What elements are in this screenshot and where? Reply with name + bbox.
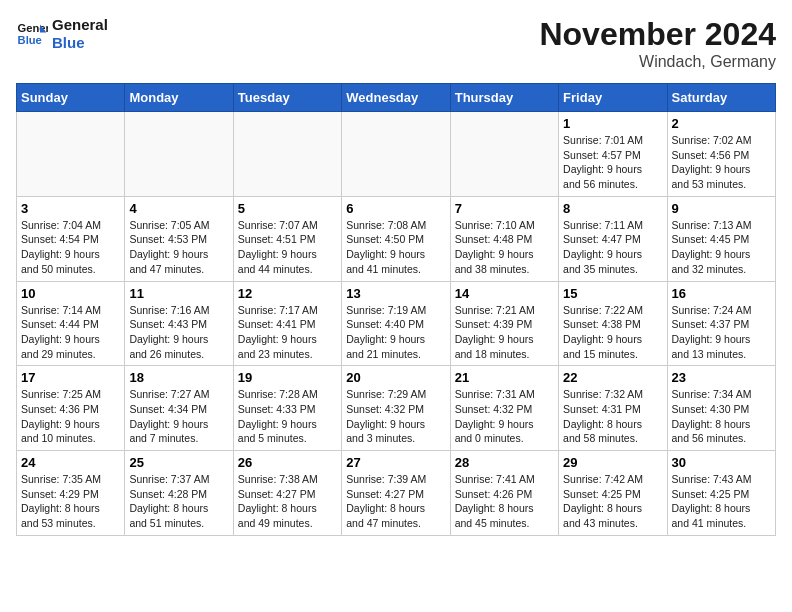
calendar-day-cell: 1Sunrise: 7:01 AM Sunset: 4:57 PM Daylig… (559, 112, 667, 197)
day-number: 20 (346, 370, 445, 385)
calendar-week-row: 3Sunrise: 7:04 AM Sunset: 4:54 PM Daylig… (17, 196, 776, 281)
calendar-day-cell: 28Sunrise: 7:41 AM Sunset: 4:26 PM Dayli… (450, 451, 558, 536)
calendar-day-cell: 14Sunrise: 7:21 AM Sunset: 4:39 PM Dayli… (450, 281, 558, 366)
calendar-day-cell: 23Sunrise: 7:34 AM Sunset: 4:30 PM Dayli… (667, 366, 775, 451)
day-number: 8 (563, 201, 662, 216)
calendar-day-cell (17, 112, 125, 197)
calendar-day-cell: 9Sunrise: 7:13 AM Sunset: 4:45 PM Daylig… (667, 196, 775, 281)
weekday-header-monday: Monday (125, 84, 233, 112)
day-number: 19 (238, 370, 337, 385)
calendar-day-cell: 19Sunrise: 7:28 AM Sunset: 4:33 PM Dayli… (233, 366, 341, 451)
weekday-header-thursday: Thursday (450, 84, 558, 112)
calendar-day-cell: 6Sunrise: 7:08 AM Sunset: 4:50 PM Daylig… (342, 196, 450, 281)
day-info: Sunrise: 7:13 AM Sunset: 4:45 PM Dayligh… (672, 218, 771, 277)
calendar-day-cell: 24Sunrise: 7:35 AM Sunset: 4:29 PM Dayli… (17, 451, 125, 536)
day-info: Sunrise: 7:05 AM Sunset: 4:53 PM Dayligh… (129, 218, 228, 277)
day-info: Sunrise: 7:39 AM Sunset: 4:27 PM Dayligh… (346, 472, 445, 531)
day-info: Sunrise: 7:38 AM Sunset: 4:27 PM Dayligh… (238, 472, 337, 531)
day-number: 9 (672, 201, 771, 216)
day-info: Sunrise: 7:34 AM Sunset: 4:30 PM Dayligh… (672, 387, 771, 446)
day-number: 30 (672, 455, 771, 470)
logo: General Blue General Blue (16, 16, 108, 52)
calendar-day-cell: 22Sunrise: 7:32 AM Sunset: 4:31 PM Dayli… (559, 366, 667, 451)
day-info: Sunrise: 7:07 AM Sunset: 4:51 PM Dayligh… (238, 218, 337, 277)
calendar-week-row: 17Sunrise: 7:25 AM Sunset: 4:36 PM Dayli… (17, 366, 776, 451)
day-info: Sunrise: 7:32 AM Sunset: 4:31 PM Dayligh… (563, 387, 662, 446)
logo-line2: Blue (52, 34, 108, 52)
calendar-day-cell (233, 112, 341, 197)
calendar-week-row: 1Sunrise: 7:01 AM Sunset: 4:57 PM Daylig… (17, 112, 776, 197)
day-info: Sunrise: 7:04 AM Sunset: 4:54 PM Dayligh… (21, 218, 120, 277)
calendar-day-cell: 17Sunrise: 7:25 AM Sunset: 4:36 PM Dayli… (17, 366, 125, 451)
calendar-day-cell: 21Sunrise: 7:31 AM Sunset: 4:32 PM Dayli… (450, 366, 558, 451)
weekday-header-tuesday: Tuesday (233, 84, 341, 112)
calendar-day-cell: 8Sunrise: 7:11 AM Sunset: 4:47 PM Daylig… (559, 196, 667, 281)
calendar-day-cell: 18Sunrise: 7:27 AM Sunset: 4:34 PM Dayli… (125, 366, 233, 451)
day-number: 24 (21, 455, 120, 470)
day-number: 17 (21, 370, 120, 385)
day-number: 1 (563, 116, 662, 131)
day-number: 11 (129, 286, 228, 301)
day-number: 26 (238, 455, 337, 470)
day-info: Sunrise: 7:41 AM Sunset: 4:26 PM Dayligh… (455, 472, 554, 531)
calendar-day-cell (450, 112, 558, 197)
day-number: 12 (238, 286, 337, 301)
calendar-day-cell: 11Sunrise: 7:16 AM Sunset: 4:43 PM Dayli… (125, 281, 233, 366)
day-number: 4 (129, 201, 228, 216)
day-number: 3 (21, 201, 120, 216)
day-number: 21 (455, 370, 554, 385)
day-info: Sunrise: 7:21 AM Sunset: 4:39 PM Dayligh… (455, 303, 554, 362)
day-info: Sunrise: 7:14 AM Sunset: 4:44 PM Dayligh… (21, 303, 120, 362)
day-number: 23 (672, 370, 771, 385)
day-number: 16 (672, 286, 771, 301)
svg-text:General: General (18, 22, 48, 34)
calendar-week-row: 10Sunrise: 7:14 AM Sunset: 4:44 PM Dayli… (17, 281, 776, 366)
day-number: 14 (455, 286, 554, 301)
calendar-day-cell (125, 112, 233, 197)
calendar-day-cell: 2Sunrise: 7:02 AM Sunset: 4:56 PM Daylig… (667, 112, 775, 197)
day-number: 18 (129, 370, 228, 385)
day-number: 25 (129, 455, 228, 470)
day-number: 27 (346, 455, 445, 470)
calendar-day-cell: 27Sunrise: 7:39 AM Sunset: 4:27 PM Dayli… (342, 451, 450, 536)
calendar-day-cell: 16Sunrise: 7:24 AM Sunset: 4:37 PM Dayli… (667, 281, 775, 366)
location: Windach, Germany (539, 53, 776, 71)
day-number: 22 (563, 370, 662, 385)
day-number: 7 (455, 201, 554, 216)
logo-icon: General Blue (16, 18, 48, 50)
calendar-day-cell: 15Sunrise: 7:22 AM Sunset: 4:38 PM Dayli… (559, 281, 667, 366)
day-number: 29 (563, 455, 662, 470)
title-area: November 2024 Windach, Germany (539, 16, 776, 71)
calendar-day-cell (342, 112, 450, 197)
day-info: Sunrise: 7:10 AM Sunset: 4:48 PM Dayligh… (455, 218, 554, 277)
header: General Blue General Blue November 2024 … (16, 16, 776, 71)
day-number: 13 (346, 286, 445, 301)
day-info: Sunrise: 7:08 AM Sunset: 4:50 PM Dayligh… (346, 218, 445, 277)
day-number: 28 (455, 455, 554, 470)
day-info: Sunrise: 7:25 AM Sunset: 4:36 PM Dayligh… (21, 387, 120, 446)
calendar-day-cell: 29Sunrise: 7:42 AM Sunset: 4:25 PM Dayli… (559, 451, 667, 536)
calendar-day-cell: 10Sunrise: 7:14 AM Sunset: 4:44 PM Dayli… (17, 281, 125, 366)
calendar-day-cell: 3Sunrise: 7:04 AM Sunset: 4:54 PM Daylig… (17, 196, 125, 281)
day-info: Sunrise: 7:43 AM Sunset: 4:25 PM Dayligh… (672, 472, 771, 531)
day-info: Sunrise: 7:11 AM Sunset: 4:47 PM Dayligh… (563, 218, 662, 277)
day-info: Sunrise: 7:35 AM Sunset: 4:29 PM Dayligh… (21, 472, 120, 531)
day-info: Sunrise: 7:22 AM Sunset: 4:38 PM Dayligh… (563, 303, 662, 362)
day-info: Sunrise: 7:02 AM Sunset: 4:56 PM Dayligh… (672, 133, 771, 192)
weekday-header-saturday: Saturday (667, 84, 775, 112)
weekday-header-wednesday: Wednesday (342, 84, 450, 112)
day-number: 15 (563, 286, 662, 301)
svg-text:Blue: Blue (18, 34, 42, 46)
calendar-day-cell: 20Sunrise: 7:29 AM Sunset: 4:32 PM Dayli… (342, 366, 450, 451)
day-info: Sunrise: 7:31 AM Sunset: 4:32 PM Dayligh… (455, 387, 554, 446)
month-title: November 2024 (539, 16, 776, 53)
weekday-header-sunday: Sunday (17, 84, 125, 112)
day-info: Sunrise: 7:42 AM Sunset: 4:25 PM Dayligh… (563, 472, 662, 531)
calendar-day-cell: 13Sunrise: 7:19 AM Sunset: 4:40 PM Dayli… (342, 281, 450, 366)
day-info: Sunrise: 7:19 AM Sunset: 4:40 PM Dayligh… (346, 303, 445, 362)
calendar: SundayMondayTuesdayWednesdayThursdayFrid… (16, 83, 776, 536)
day-info: Sunrise: 7:24 AM Sunset: 4:37 PM Dayligh… (672, 303, 771, 362)
calendar-day-cell: 4Sunrise: 7:05 AM Sunset: 4:53 PM Daylig… (125, 196, 233, 281)
calendar-day-cell: 12Sunrise: 7:17 AM Sunset: 4:41 PM Dayli… (233, 281, 341, 366)
logo-line1: General (52, 16, 108, 34)
